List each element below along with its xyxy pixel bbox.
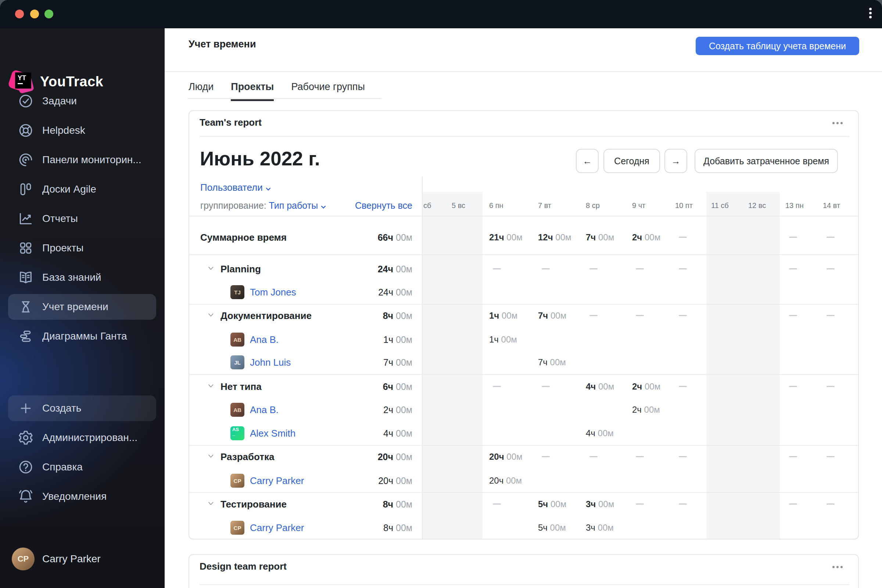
create-timesheet-button[interactable]: Создать таблицу учета времени — [696, 37, 859, 55]
empty-cell-dash — [679, 237, 687, 238]
empty-cell-dash — [493, 386, 501, 387]
chart-icon — [18, 211, 34, 227]
day-column-header: 14 вт — [823, 201, 840, 210]
sidebar-item-диаграммы-ганта[interactable]: Диаграммы Ганта — [0, 322, 165, 351]
member-name-link[interactable]: John Luis — [250, 351, 291, 374]
empty-cell-dash — [542, 386, 550, 387]
row-total: 6ч 00м — [300, 375, 412, 398]
bell-icon — [18, 488, 34, 505]
member-avatar: AB — [230, 403, 244, 417]
row-total: 4ч 00м — [300, 422, 412, 445]
empty-cell-dash — [542, 456, 550, 457]
prev-period-button[interactable]: ← — [576, 149, 598, 173]
day-column-header: 5 вс — [452, 201, 465, 210]
sidebar-item-панели-мониторин-[interactable]: Панели мониторин... — [0, 145, 165, 175]
add-spent-time-button[interactable]: Добавить затраченное время — [694, 149, 838, 173]
timesheet-cell: 1ч 00м — [489, 328, 517, 351]
row-total: 8ч 00м — [300, 304, 412, 327]
member-avatar: TJ — [230, 285, 244, 299]
header-divider — [165, 71, 882, 72]
sidebar-item-создать[interactable]: Создать — [0, 394, 165, 423]
sidebar-item-задачи[interactable]: Задачи — [0, 86, 165, 116]
sidebar-item-учет-времени[interactable]: Учет времени — [0, 292, 165, 322]
next-period-button[interactable]: → — [664, 149, 687, 173]
timesheet-row-group: Документирование8ч 00м1ч 00м7ч 00м — [189, 304, 858, 327]
report-options-kebab-icon[interactable] — [832, 122, 849, 129]
day-column-header: 7 вт — [538, 201, 551, 210]
collapse-all-link[interactable]: Свернуть все — [189, 200, 412, 211]
member-name-link[interactable]: Alex Smith — [250, 422, 296, 445]
timesheet-row-member: AS_Alex Smith4ч 00м4ч 00м — [189, 422, 858, 445]
group-collapse-chevron-icon[interactable] — [207, 383, 215, 390]
empty-cell-dash — [636, 268, 644, 269]
sidebar-item-отчеты[interactable]: Отчеты — [0, 204, 165, 233]
user-name: Carry Parker — [42, 553, 101, 565]
empty-cell-dash — [826, 456, 835, 457]
row-total: 24ч 00м — [300, 280, 412, 304]
member-avatar: JL — [230, 356, 244, 369]
tab-рабочие-группы[interactable]: Рабочие группы — [291, 81, 364, 101]
timesheet-cell: 7ч 00м — [586, 226, 614, 249]
empty-cell-dash — [590, 315, 597, 316]
timesheet-cell: 12ч 00м — [538, 226, 572, 249]
member-name-link[interactable]: Ana B. — [250, 398, 279, 422]
member-avatar: AB — [230, 333, 244, 346]
tab-проекты[interactable]: Проекты — [231, 81, 274, 101]
sidebar-item-доски-agile[interactable]: Доски Agile — [0, 175, 165, 204]
day-column-header: 9 чт — [632, 201, 645, 210]
lifebuoy-icon — [18, 122, 34, 138]
day-column-header: 12 вс — [748, 201, 766, 210]
sidebar-collapse-button[interactable]: Свернуть — [0, 578, 165, 588]
day-column-header: 11 сб — [711, 201, 729, 210]
member-avatar: CP — [230, 521, 244, 535]
row-total: 20ч 00м — [300, 445, 412, 469]
sidebar-item-helpdesk[interactable]: Helpdesk — [0, 116, 165, 145]
day-column-header: 10 пт — [675, 201, 693, 210]
check-circle-icon — [18, 93, 34, 109]
group-collapse-chevron-icon[interactable] — [207, 312, 215, 319]
tab-люди[interactable]: Люди — [189, 81, 213, 101]
sidebar-item-проекты[interactable]: Проекты — [0, 233, 165, 263]
row-label: Документирование — [220, 304, 312, 327]
group-collapse-chevron-icon[interactable] — [207, 501, 215, 507]
empty-cell-dash — [789, 268, 797, 269]
traffic-light-zoom-button[interactable] — [45, 9, 53, 18]
sidebar-item-администрирован-[interactable]: Администрирован... — [0, 423, 165, 452]
traffic-light-close-button[interactable] — [15, 9, 24, 18]
sidebar-item-справка[interactable]: Справка — [0, 452, 165, 482]
timesheet-cell: 20ч 00м — [489, 469, 522, 492]
member-name-link[interactable]: Ana B. — [250, 328, 279, 351]
gantt-icon — [18, 328, 34, 344]
group-collapse-chevron-icon[interactable] — [207, 453, 215, 460]
member-name-link[interactable]: Tom Jones — [250, 280, 296, 304]
timesheet-cell: 2ч 00м — [632, 398, 660, 422]
users-filter-dropdown[interactable]: Пользователи — [200, 182, 271, 193]
sidebar-user[interactable]: CP Carry Parker — [0, 544, 165, 574]
member-name-link[interactable]: Carry Parker — [250, 469, 304, 492]
report-options-kebab-icon[interactable] — [832, 566, 849, 573]
timesheet-row-group: Нет типа6ч 00м4ч 00м2ч 00м — [189, 375, 858, 398]
sidebar-item-база-знаний[interactable]: База знаний — [0, 263, 165, 292]
today-button[interactable]: Сегодня — [603, 149, 660, 173]
group-separator — [189, 304, 858, 304]
traffic-light-minimize-button[interactable] — [30, 9, 39, 18]
empty-cell-dash — [493, 504, 501, 505]
timesheet-cell: 2ч 00м — [632, 375, 660, 398]
day-column-header: 13 пн — [785, 201, 804, 210]
row-total: 1ч 00м — [300, 328, 412, 351]
timesheet-row-summary: Суммарное время66ч 00м21ч 00м12ч 00м7ч 0… — [189, 226, 858, 249]
timesheet-cell: 4ч 00м — [586, 422, 614, 445]
agile-board-icon — [18, 181, 34, 197]
group-collapse-chevron-icon[interactable] — [207, 266, 215, 272]
app-window: YT YouTrack ЗадачиHelpdeskПанели монитор… — [0, 0, 882, 588]
row-total: 8ч 00м — [300, 492, 412, 516]
member-name-link[interactable]: Carry Parker — [250, 516, 304, 540]
empty-cell-dash — [679, 268, 687, 269]
window-menu-kebab-icon[interactable] — [866, 6, 874, 22]
sidebar-actions: СоздатьАдминистрирован...СправкаУведомле… — [0, 394, 165, 511]
group-separator — [189, 445, 858, 446]
sidebar-item-уведомления[interactable]: Уведомления — [0, 482, 165, 511]
empty-cell-dash — [789, 237, 797, 238]
grid-icon — [18, 240, 34, 256]
empty-cell-dash — [826, 268, 835, 269]
